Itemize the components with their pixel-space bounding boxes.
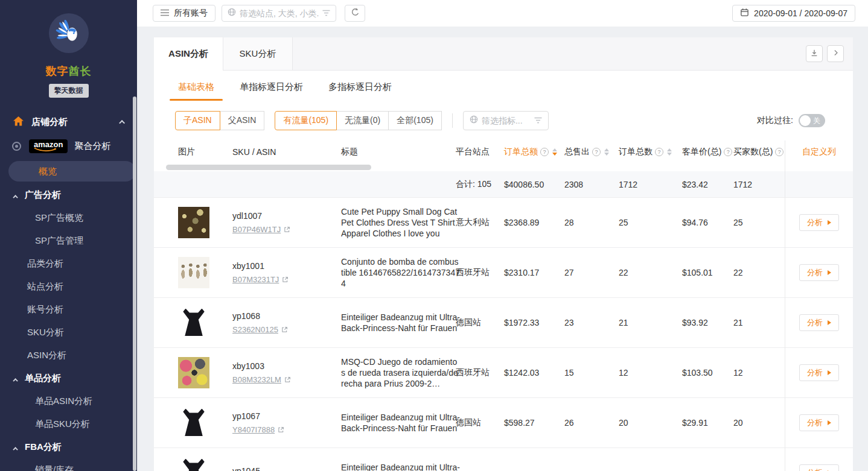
site-filter-input[interactable] <box>240 8 319 18</box>
asin-link[interactable]: B07M3231TJ <box>232 275 279 284</box>
traffic-filter-button[interactable]: 有流量(105) <box>275 111 337 130</box>
traffic-filter-button[interactable]: 全部(105) <box>388 111 442 130</box>
asin-link[interactable]: Y8407I7888 <box>232 425 275 434</box>
filter-funnel-icon <box>322 8 330 19</box>
analyze-button-label: 分析 <box>807 317 823 328</box>
external-link-icon[interactable] <box>281 325 288 335</box>
asin-link[interactable]: S2362N0125 <box>232 325 278 334</box>
sidebar-item[interactable]: 单品SKU分析 <box>0 413 137 435</box>
question-circle-icon[interactable]: ? <box>655 148 663 156</box>
product-image-cell <box>178 307 232 338</box>
asin-type-button[interactable]: 子ASIN <box>175 111 220 130</box>
filter-funnel-icon <box>534 115 542 126</box>
sort-caret-icons[interactable] <box>552 148 557 156</box>
external-link-icon[interactable] <box>278 425 284 435</box>
sidebar-item[interactable]: SKU分析 <box>0 321 137 344</box>
sidebar-item[interactable]: 单品分析 <box>0 367 137 390</box>
subtab[interactable]: 单指标逐日分析 <box>240 71 303 104</box>
sidebar-item-label: 站点分析 <box>27 281 63 292</box>
units-sold-cell: 26 <box>564 418 619 428</box>
title-cell: Einteiliger Badeanzug mit Ultra-Back-Pri… <box>341 412 456 434</box>
sidebar-item[interactable]: 广告分析 <box>0 183 137 206</box>
amazon-logo: amazon <box>29 139 68 153</box>
analyze-button[interactable]: 分析 <box>799 464 839 471</box>
sidebar-item[interactable]: ASIN分析 <box>0 344 137 367</box>
sort-caret-icons[interactable] <box>667 148 672 156</box>
sidebar-item[interactable]: 品类分析 <box>0 252 137 275</box>
custom-columns-header[interactable]: 自定义列 <box>785 141 853 163</box>
all-accounts-button[interactable]: 所有账号 <box>153 5 215 22</box>
column-header[interactable]: 平台站点 <box>456 147 504 157</box>
subtab[interactable]: 多指标逐日分析 <box>328 71 392 104</box>
traffic-filter-button[interactable]: 无流量(0) <box>336 111 389 130</box>
column-header-label: 订单总额 <box>504 147 538 157</box>
buyer-count-cell: 20 <box>733 418 785 428</box>
column-header[interactable]: 标题 <box>341 147 456 157</box>
column-header[interactable]: 总售出 ? <box>564 147 619 157</box>
sidebar-item-aggregate-analysis[interactable]: amazon 聚合分析 <box>0 134 137 158</box>
sidebar-item[interactable]: 单品ASIN分析 <box>0 390 137 413</box>
chevron-right-icon <box>832 49 840 58</box>
sidebar-item[interactable]: 账号分析 <box>0 298 137 321</box>
tab-sku-analysis[interactable]: SKU分析 <box>223 37 293 70</box>
question-circle-icon[interactable]: ? <box>540 148 549 156</box>
subtab[interactable]: 基础表格 <box>178 71 214 104</box>
analyze-button[interactable]: 分析 <box>799 414 839 431</box>
compare-past-toggle[interactable]: 关 <box>799 114 825 127</box>
product-image <box>178 257 209 288</box>
column-header[interactable]: 订单总数 ? <box>619 147 682 157</box>
asin-type-button[interactable]: 父ASIN <box>220 111 265 130</box>
column-header[interactable]: SKU / ASIN <box>232 147 341 157</box>
analyze-button[interactable]: 分析 <box>799 264 839 281</box>
sidebar-item-overview[interactable]: 概览 <box>8 161 136 182</box>
external-link-icon[interactable] <box>282 275 289 285</box>
sidebar-item[interactable]: 销量/库存 <box>0 458 137 471</box>
sidebar-scrollbar[interactable] <box>133 96 136 471</box>
column-header[interactable]: 买家数(总) ? <box>733 147 785 157</box>
asin-link[interactable]: B08M3232LM <box>232 375 281 384</box>
app-window: 数字酋长 擎天数据 店铺分析 amazon 聚合分析 <box>0 0 868 471</box>
metric-filter-input-wrap <box>463 111 549 130</box>
column-header[interactable]: 客单价(总) ? <box>682 147 733 157</box>
subtab-label: 基础表格 <box>178 81 214 93</box>
horizontal-scrollbar[interactable] <box>166 165 371 170</box>
sidebar: 数字酋长 擎天数据 店铺分析 amazon 聚合分析 <box>0 0 137 471</box>
question-circle-icon[interactable]: ? <box>724 148 732 156</box>
title-cell: Conjunto de bomba de combustible 1614676… <box>341 256 456 289</box>
metric-filter-input[interactable] <box>482 116 531 125</box>
asin-link[interactable]: B07P46W1TJ <box>232 225 281 234</box>
analyze-button[interactable]: 分析 <box>799 314 839 331</box>
divider <box>452 113 453 128</box>
date-range-picker[interactable]: 2020-09-01 / 2020-09-07 <box>732 5 855 22</box>
data-table: 图片 SKU / ASIN <box>154 141 853 471</box>
sku-value: yp1045 <box>232 466 341 471</box>
compare-past-label: 对比过往: <box>757 115 793 126</box>
sidebar-item-label: 单品分析 <box>25 373 61 384</box>
sidebar-item[interactable]: 站点分析 <box>0 275 137 298</box>
tab-asin-analysis[interactable]: ASIN分析 <box>154 37 223 71</box>
title-cell: Einteiliger Badeanzug mit Ultra-Back-Pri… <box>341 312 456 333</box>
column-header[interactable]: 图片 <box>178 147 232 157</box>
sidebar-item[interactable]: SP广告概览 <box>0 206 137 229</box>
content-area: ASIN分析 SKU分析 <box>137 27 868 471</box>
sku-value: yp1068 <box>232 311 341 321</box>
refresh-button[interactable] <box>345 5 365 22</box>
external-link-icon[interactable] <box>284 225 290 235</box>
sidebar-item[interactable]: SP广告管理 <box>0 229 137 252</box>
analyze-button[interactable]: 分析 <box>799 364 839 381</box>
sidebar-item[interactable]: FBA分析 <box>0 435 137 458</box>
brand-name-green: 酋长 <box>69 65 92 77</box>
action-cell: 分析 <box>785 198 853 248</box>
collapse-panel-button[interactable] <box>827 45 844 62</box>
column-header[interactable]: 订单总额 ? <box>504 147 564 157</box>
fixed-action-column: 自定义列 分析 <box>785 141 853 471</box>
download-button[interactable] <box>806 45 823 62</box>
external-link-icon[interactable] <box>284 375 291 385</box>
question-circle-icon[interactable]: ? <box>592 148 601 156</box>
order-count-cell: 12 <box>619 368 682 378</box>
sidebar-item-store-analysis[interactable]: 店铺分析 <box>0 110 137 134</box>
question-circle-icon[interactable]: ? <box>775 148 783 156</box>
action-cell: 分析 <box>785 348 853 398</box>
analyze-button[interactable]: 分析 <box>799 214 839 231</box>
sort-caret-icons[interactable] <box>604 148 609 156</box>
